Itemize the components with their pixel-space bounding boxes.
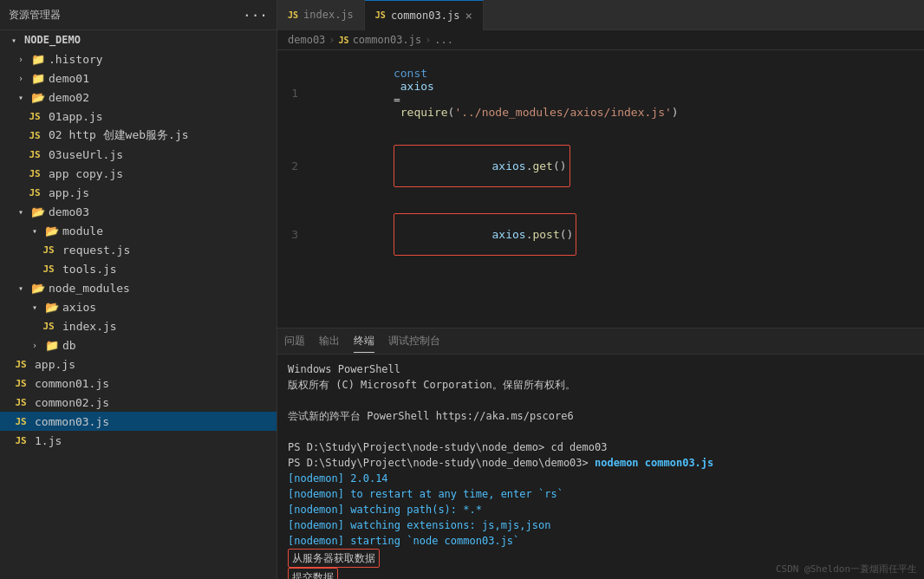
tab-label: index.js [303,9,354,21]
sidebar-item-history[interactable]: › 📁 .history [0,49,277,68]
sidebar-item-label: app.js [35,358,75,371]
sidebar-item-02http[interactable]: JS 02 http 创建web服务.js [0,126,277,145]
sidebar-item-demo02[interactable]: ▾ 📂 demo02 [0,88,277,107]
folder-open-icon: 📂 [31,281,45,295]
js-file-icon: JS [14,414,28,428]
tab-indexjs[interactable]: JS index.js [277,0,365,30]
sidebar-item-label: node_modules [49,282,130,295]
code-line-1: 1 const axios = require('../node_modules… [277,54,924,132]
line-content: const axios = require('../node_modules/a… [312,54,914,132]
sidebar-item-requestjs[interactable]: JS request.js [0,240,277,259]
js-file-icon: JS [14,433,28,447]
chevron-right-icon: › [14,52,28,66]
folder-open-icon: 📂 [45,300,59,314]
sidebar-root[interactable]: ▾ NODE_DEMO [0,30,277,49]
js-file-icon: JS [14,357,28,371]
panel-tabs: 问题 输出 终端 调试控制台 [277,329,924,355]
sidebar-item-label: 03useUrl.js [49,148,123,161]
sidebar-item-label: app.js [49,186,89,199]
folder-open-icon: 📂 [45,224,59,237]
sidebar-item-app02[interactable]: JS app.js [0,183,277,202]
breadcrumb-js-icon: JS [339,36,349,45]
sidebar-item-common01[interactable]: JS common01.js [0,374,277,393]
sidebar-item-label: 1.js [35,434,62,447]
sidebar-item-module[interactable]: ▾ 📂 module [0,221,277,240]
sidebar-item-label: tools.js [62,263,117,276]
sidebar-item-label: db [62,339,76,352]
sidebar-item-demo03[interactable]: ▾ 📂 demo03 [0,202,277,221]
breadcrumb: demo03 › JS common03.js › ... [277,30,924,50]
line-number: 1 [277,87,312,100]
js-file-icon: JS [14,395,28,409]
sidebar-item-label: index.js [62,320,117,333]
terminal-line: [nodemon] starting `node common03.js` [288,533,914,549]
tabs-bar: JS index.js JS common03.js × [277,0,924,30]
sidebar-item-node-modules[interactable]: ▾ 📂 node_modules [0,278,277,297]
sidebar-item-axios-index[interactable]: JS index.js [0,316,277,335]
chevron-down-icon: ▾ [14,205,28,218]
editor-area: JS index.js JS common03.js × demo03 › JS… [277,0,924,579]
line-content: axios.post() [312,200,914,269]
sidebar-item-label: app copy.js [49,167,123,180]
js-file-icon: JS [28,128,42,142]
sidebar-item-label: module [62,224,103,237]
code-line-2: 2 axios.get() [277,132,924,200]
sidebar-item-demo01[interactable]: › 📁 demo01 [0,68,277,88]
sidebar-item-axios[interactable]: ▾ 📂 axios [0,297,277,316]
sidebar-item-label: demo03 [49,205,89,218]
terminal-line [288,424,914,439]
terminal-line [288,393,914,408]
sidebar-item-common03[interactable]: JS common03.js [0,412,277,431]
sidebar-item-label: common02.js [35,396,109,409]
sidebar-item-appcopy[interactable]: JS app copy.js [0,164,277,183]
sidebar-item-label: common01.js [35,377,109,390]
sidebar-item-label: 01app.js [49,110,103,123]
panel-tab-terminal[interactable]: 终端 [354,330,374,353]
code-editor[interactable]: 1 const axios = require('../node_modules… [277,50,924,328]
terminal-line: Windows PowerShell [288,361,914,377]
sidebar-item-1js[interactable]: JS 1.js [0,431,277,450]
panel-tab-issues[interactable]: 问题 [284,330,305,352]
terminal-line: [nodemon] watching path(s): *.* [288,502,914,517]
chevron-down-icon: ▾ [28,300,42,314]
breadcrumb-file: common03.js [353,34,421,46]
panel-area: 问题 输出 终端 调试控制台 Windows PowerShell 版权所有 (… [277,328,924,579]
folder-open-icon: 📂 [31,90,45,104]
chevron-down-icon: ▾ [28,224,42,237]
tab-label: common03.js [391,10,459,22]
sidebar-item-common02[interactable]: JS common02.js [0,393,277,412]
tab-common03js[interactable]: JS common03.js × [365,0,484,30]
line-number: 2 [277,159,312,172]
js-file-icon: JS [42,262,55,276]
sidebar-header: 资源管理器 ··· [0,0,277,30]
breadcrumb-separator2: › [425,34,431,46]
sidebar-item-label: common03.js [35,415,109,428]
sidebar-item-03useurl[interactable]: JS 03useUrl.js [0,145,277,164]
tab-close-button[interactable]: × [465,9,472,23]
js-file-icon: JS [42,319,55,333]
sidebar-more-button[interactable]: ··· [243,7,268,23]
terminal-line: 版权所有 (C) Microsoft Corporation。保留所有权利。 [288,377,914,393]
panel-tab-debug[interactable]: 调试控制台 [388,330,440,352]
sidebar-item-01app[interactable]: JS 01app.js [0,107,277,126]
terminal-line: [nodemon] watching extensions: js,mjs,js… [288,517,914,533]
terminal[interactable]: Windows PowerShell 版权所有 (C) Microsoft Co… [277,355,924,579]
js-file-icon: JS [28,147,42,161]
sidebar-item-toolsjs[interactable]: JS tools.js [0,259,277,278]
terminal-line: [nodemon] 2.0.14 [288,471,914,486]
terminal-line: [nodemon] to restart at any time, enter … [288,486,914,502]
chevron-down-icon: ▾ [7,33,21,47]
sidebar-title: 资源管理器 [9,8,61,23]
sidebar-item-label: demo01 [49,72,89,85]
sidebar-item-db[interactable]: › 📁 db [0,335,277,355]
chevron-right-icon: › [14,71,28,85]
terminal-line: PS D:\Study\Project\node-study\node_demo… [288,439,914,455]
code-line-3: 3 axios.post() [277,200,924,269]
terminal-line: PS D:\Study\Project\node-study\node_demo… [288,455,914,471]
sidebar-item-appjs[interactable]: JS app.js [0,355,277,374]
panel-tab-output[interactable]: 输出 [319,330,340,352]
sidebar-item-label: demo02 [49,91,89,104]
line-content: axios.get() [312,132,914,200]
sidebar-item-label: axios [62,301,96,314]
folder-open-icon: 📂 [31,205,45,218]
